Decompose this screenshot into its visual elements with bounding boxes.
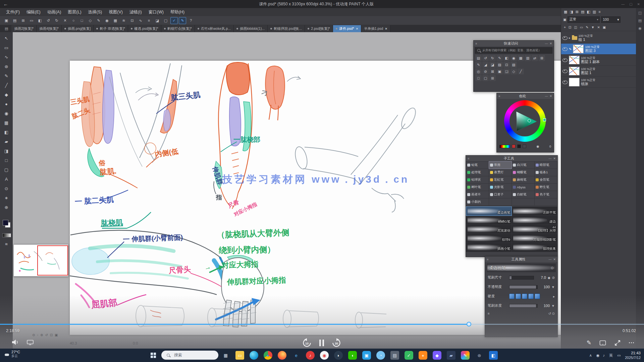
property-icon[interactable]: ◆: [548, 276, 550, 280]
subtool-group[interactable]: 白邮笔: [512, 191, 534, 198]
toolbar-icon[interactable]: ∿: [137, 17, 144, 24]
status-icon[interactable]: ▣: [55, 333, 58, 337]
pause-button[interactable]: [318, 339, 325, 347]
tool-lasso[interactable]: ∿: [0, 52, 13, 62]
brush-item[interactable]: 插画小笔: [466, 243, 512, 252]
subtool-group[interactable]: [535, 198, 557, 205]
quick-access-icon[interactable]: ◧: [503, 55, 510, 61]
tool-decoration[interactable]: ◉: [0, 109, 13, 118]
taskbar-navy-app[interactable]: ▰: [447, 351, 455, 360]
navigator-panel[interactable]: [13, 244, 68, 277]
subtool-group[interactable]: 处理笔: [466, 169, 489, 176]
subtool-group[interactable]: 白川笔: [512, 162, 534, 169]
close-icon[interactable]: ✕: [637, 2, 640, 6]
brush-item[interactable]: 柔边画笔: [466, 207, 512, 216]
back-arrow-icon[interactable]: ←: [0, 1, 11, 7]
menu-item[interactable]: 滤镜(I): [126, 8, 145, 16]
hardness-preset[interactable]: [509, 294, 515, 299]
document-tab[interactable]: 豹子 崇遇[恢复]*: [94, 25, 128, 32]
taskbar-dev-app[interactable]: ▤: [390, 351, 399, 360]
brush-item[interactable]: 万能排线阴影笔: [512, 234, 557, 243]
tool-marquee[interactable]: ▭: [0, 43, 13, 52]
menu-item[interactable]: 窗口(W): [145, 8, 167, 16]
taskbar-green-app[interactable]: ✓: [405, 351, 413, 360]
property-info-icon[interactable]: ≡: [488, 312, 490, 315]
property-icon[interactable]: ▼: [551, 285, 555, 289]
navigator-view-rect[interactable]: [37, 245, 68, 276]
swatch-black[interactable]: [517, 144, 521, 148]
panel-menu-icon[interactable]: ≡: [487, 258, 488, 261]
hardness-preset[interactable]: [516, 294, 521, 299]
tool-frame[interactable]: ▢: [0, 165, 13, 174]
taskbar-purple-app[interactable]: ◆: [433, 351, 441, 360]
taskbar-chat-app[interactable]: ▣: [362, 351, 371, 360]
ime-language-label[interactable]: 英: [609, 353, 613, 358]
weather-widget[interactable]: 27°C 多云: [3, 350, 20, 358]
tool-eyedropper[interactable]: ⊙: [0, 184, 13, 193]
toolbar-icon[interactable]: ✎: [95, 17, 102, 24]
tab-close-icon[interactable]: ✕: [385, 27, 387, 31]
taskbar-tim-app[interactable]: ◔: [376, 351, 385, 360]
status-icon[interactable]: ⊖: [32, 333, 35, 337]
tool-zoom[interactable]: ⊕: [0, 202, 13, 212]
menu-item[interactable]: 动画(A): [44, 8, 65, 16]
subtool-group[interactable]: 蝴蝶笔: [512, 169, 534, 176]
tool-pencil[interactable]: ╱: [0, 80, 13, 90]
quick-access-icon[interactable]: ▤: [475, 55, 482, 61]
brush-item[interactable]: 【纹理】大理44: [512, 225, 557, 234]
tool-brush[interactable]: ◆: [0, 90, 13, 99]
menu-item[interactable]: 帮助(H): [167, 8, 188, 16]
side-strip-icon[interactable]: ◫: [638, 11, 642, 15]
subtool-group[interactable]: 链条1: [535, 169, 557, 176]
taskbar-paint-app[interactable]: ✎: [461, 351, 470, 360]
tab-list-icon[interactable]: ▤: [5, 26, 8, 31]
layer-action-icon[interactable]: ▼: [591, 25, 595, 29]
progress-handle[interactable]: [467, 322, 471, 326]
tool-move[interactable]: ↖: [0, 34, 13, 43]
tool-eraser[interactable]: ▦: [0, 118, 13, 127]
tool-fill[interactable]: ▰: [0, 137, 13, 146]
taskbar-file-explorer[interactable]: ▭: [235, 351, 244, 360]
quick-access-icon[interactable]: ⊡: [503, 62, 510, 68]
layer-action-icon[interactable]: +: [564, 25, 566, 29]
panel-menu-icon[interactable]: ≡: [475, 42, 477, 45]
subtool-group[interactable]: [489, 198, 512, 205]
display-icon[interactable]: [27, 340, 34, 345]
toolbar-icon[interactable]: ⊡: [128, 17, 136, 24]
visibility-eye-icon[interactable]: [562, 47, 568, 51]
layers-tab-icon[interactable]: ≡: [598, 10, 600, 14]
lock-icon[interactable]: ⊙: [551, 266, 554, 270]
toolbar-icon[interactable]: ✓: [170, 17, 178, 24]
subtool-group[interactable]: Abyss: [512, 184, 534, 191]
quick-access-icon[interactable]: ▥: [525, 55, 531, 61]
toolbar-icon[interactable]: ✕: [61, 17, 69, 24]
toolbar-icon[interactable]: ↻: [53, 17, 60, 24]
hue-selector[interactable]: [543, 118, 546, 121]
tool-blend[interactable]: ◧: [0, 127, 13, 137]
subtool-group[interactable]: 彩虹笔: [489, 176, 512, 183]
hardness-preset[interactable]: [535, 294, 540, 299]
blend-mode-select[interactable]: 正常▾: [568, 16, 600, 23]
tool-airbrush[interactable]: ●: [0, 99, 13, 109]
main-color-swatch[interactable]: [3, 220, 8, 226]
brush-item[interactable]: 肌理效果: [512, 243, 557, 252]
subtool-group[interactable]: 小新的: [466, 198, 489, 205]
subtool-group[interactable]: 麻绳笔: [512, 176, 534, 183]
layer-opacity-input[interactable]: 100▾: [601, 16, 621, 23]
tool-hand[interactable]: ∗: [0, 193, 13, 202]
quick-access-icon[interactable]: ⇄: [532, 55, 538, 61]
more-options-icon[interactable]: [629, 342, 634, 343]
subtool-group[interactable]: 金箔笔: [535, 176, 557, 183]
toolbar-icon[interactable]: ◇: [87, 17, 94, 24]
quick-access-icon[interactable]: ↺: [482, 55, 489, 61]
visibility-eye-icon[interactable]: [562, 69, 568, 73]
toolbar-icon[interactable]: ◪: [154, 17, 161, 24]
start-button[interactable]: [151, 353, 156, 358]
status-icon[interactable]: ▫: [37, 333, 38, 337]
maximize-icon[interactable]: ▢: [629, 2, 632, 6]
forward-30-button[interactable]: 30: [331, 338, 341, 348]
property-slider[interactable]: [509, 304, 538, 308]
taskbar-settings-app[interactable]: ⊛: [475, 351, 484, 360]
color-mode-icon[interactable]: ◉: [536, 144, 539, 148]
layer-action-icon[interactable]: ✎: [586, 25, 588, 29]
